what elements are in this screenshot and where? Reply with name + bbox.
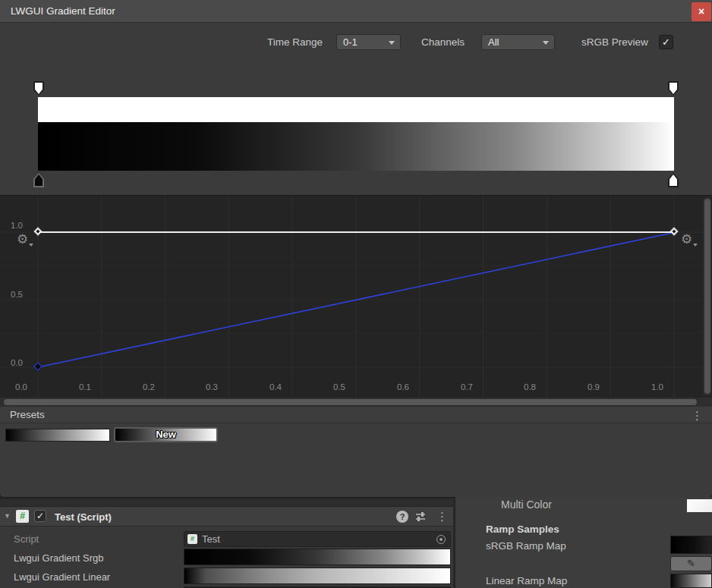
srgb-preview-checkbox[interactable]: ✓ (659, 35, 673, 49)
channels-dropdown[interactable]: All (481, 34, 555, 50)
chevron-down-icon (543, 41, 549, 45)
inspector-panel: ▼ # ✓ Test (Script) ? ⋮ Script # Test Lw… (0, 499, 453, 588)
alpha-marker-fill (35, 83, 43, 94)
object-picker-icon[interactable] (436, 535, 446, 544)
x-tick-9: 0.9 (581, 382, 606, 391)
alpha-marker-fill (669, 83, 677, 94)
gear-icon: ⚙ (17, 232, 28, 247)
edit-ramp-button[interactable]: ✎ (670, 556, 712, 571)
x-tick-6: 0.6 (391, 382, 415, 391)
presets-header: Presets ⋮ (0, 407, 712, 423)
linear-ramp-map-thumbnail[interactable] (670, 574, 712, 588)
foldout-arrow-icon[interactable]: ▼ (4, 512, 11, 520)
material-panel: Multi Color Ramp Samples sRGB Ramp Map ✎… (455, 497, 712, 588)
preset-swatch-1[interactable] (5, 429, 110, 442)
srgb-ramp-map-thumbnail[interactable] (670, 536, 712, 554)
presets-title: Presets (10, 409, 45, 420)
component-enabled-checkbox[interactable]: ✓ (34, 510, 46, 522)
gradient-preview-band[interactable] (38, 122, 674, 171)
x-tick-2: 0.2 (137, 382, 161, 391)
gear-dropdown-arrow-icon (693, 244, 698, 247)
vertical-scrollbar[interactable] (703, 197, 711, 396)
component-title: Test (Script) (55, 511, 112, 523)
time-range-dropdown[interactable]: 0-1 (336, 34, 401, 50)
x-tick-8: 0.8 (518, 382, 542, 391)
color-marker-right[interactable] (668, 173, 679, 187)
gradient-srgb-field[interactable] (184, 549, 451, 565)
csharp-script-icon: # (187, 534, 197, 544)
script-object-field[interactable]: # Test (184, 531, 451, 547)
x-tick-10: 1.0 (645, 382, 669, 391)
preset-swatch-new[interactable]: New (114, 427, 218, 442)
inspector-top-strip (0, 499, 453, 507)
gradient-linear-label: Lwgui Gradient Linear (14, 571, 110, 583)
multi-color-label: Multi Color (501, 498, 552, 511)
gear-icon: ⚙ (681, 232, 692, 247)
y-tick-1: 1.0 (5, 221, 23, 230)
time-range-value: 0-1 (343, 36, 358, 48)
channels-value: All (488, 36, 499, 48)
app-root: LWGUI Gradient Editor × Time Range 0-1 C… (0, 0, 712, 588)
x-tick-4: 0.4 (263, 382, 288, 391)
chevron-down-icon (389, 41, 395, 45)
channels-label: Channels (421, 36, 465, 48)
inspector-component-header[interactable]: ▼ # ✓ Test (Script) ? ⋮ (0, 507, 453, 527)
curve-editor[interactable]: 1.0 0.5 0.0 0.0 0.1 0.2 0.3 0.4 0.5 0.6 … (0, 195, 712, 398)
color-marker-left[interactable] (33, 173, 44, 187)
close-button[interactable]: × (692, 2, 711, 21)
x-tick-5: 0.5 (327, 382, 351, 391)
srgb-preview-label: sRGB Preview (581, 36, 648, 48)
help-icon[interactable]: ? (396, 511, 408, 523)
srgb-ramp-map-label: sRGB Ramp Map (486, 540, 566, 552)
y-tick-05: 0.5 (5, 290, 23, 299)
horizontal-scrollbar[interactable] (0, 398, 712, 407)
alpha-preview-band[interactable] (38, 97, 674, 122)
multi-color-swatch[interactable] (687, 499, 712, 512)
gradient-srgb-label: Lwgui Gradient Srgb (14, 552, 104, 564)
horizontal-scrollbar-thumb[interactable] (4, 399, 697, 405)
x-tick-1: 0.1 (73, 382, 97, 391)
title-bar: LWGUI Gradient Editor × (0, 0, 712, 23)
curve-settings-right[interactable]: ⚙ (681, 232, 692, 247)
x-tick-7: 0.7 (455, 382, 479, 391)
gear-dropdown-arrow-icon (29, 244, 33, 247)
window-title: LWGUI Gradient Editor (11, 5, 115, 17)
color-marker-fill (35, 175, 43, 186)
pencil-icon: ✎ (687, 558, 695, 569)
alpha-marker-right[interactable] (668, 81, 679, 96)
component-menu-kebab-icon[interactable]: ⋮ (436, 511, 448, 522)
x-tick-3: 0.3 (200, 382, 224, 391)
script-row-label: Script (14, 533, 39, 545)
y-tick-0: 0.0 (5, 358, 23, 367)
linear-ramp-map-label: Linear Ramp Map (486, 575, 567, 586)
alpha-marker-left[interactable] (33, 81, 44, 96)
curve-settings-left[interactable]: ⚙ (17, 232, 28, 247)
csharp-script-icon: # (16, 510, 29, 523)
curve-plot (0, 196, 712, 398)
vertical-scrollbar-thumb[interactable] (704, 199, 710, 394)
time-range-label: Time Range (267, 36, 323, 48)
color-marker-fill (669, 175, 677, 186)
gradient-linear-field[interactable] (184, 568, 451, 584)
gradient-editor-window: LWGUI Gradient Editor × Time Range 0-1 C… (0, 0, 712, 498)
ramp-samples-heading: Ramp Samples (486, 524, 559, 535)
script-object-value: Test (202, 533, 220, 545)
x-tick-0: 0.0 (9, 382, 33, 391)
presets-slider-icon[interactable] (414, 511, 427, 526)
presets-menu-kebab-icon[interactable]: ⋮ (692, 410, 703, 421)
